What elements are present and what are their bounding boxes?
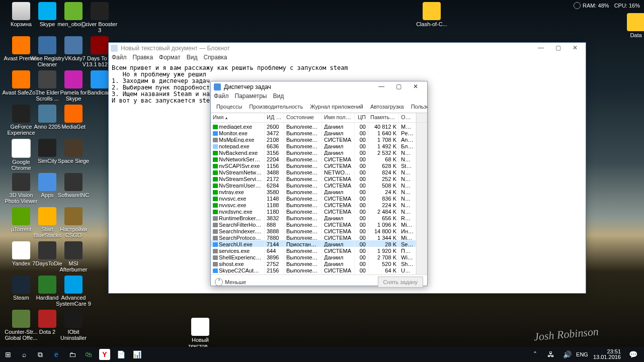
close-button[interactable]: ✕ [407, 82, 424, 92]
notepad-title-text: Новый текстовый документ — Блокнот [121, 45, 230, 52]
process-row[interactable]: NvStreamService.exe2172ВыполняетсяСИСТЕМ… [211, 175, 427, 182]
app-icon [64, 207, 83, 225]
volume-icon[interactable]: 🔊 [560, 347, 574, 362]
process-row[interactable]: Monitor.exe3472ВыполняетсяДаниил001 640 … [211, 129, 427, 136]
process-list[interactable]: mediaget.exe2600ВыполняетсяДаниил0040 81… [211, 123, 427, 275]
task-manager-titlebar[interactable]: Диспетчер задач — ▢ ✕ [211, 81, 427, 93]
minimize-button[interactable]: — [532, 43, 549, 53]
process-row[interactable]: RuntimeBroker.exe3832ВыполняетсяДаниил00… [211, 214, 427, 221]
desktop-shortcut[interactable]: Driver Booster 3 [80, 2, 119, 33]
scrollbar[interactable] [416, 113, 427, 122]
process-row[interactable]: nvSCAPISvr.exe1156ВыполняетсяСИСТЕМА0062… [211, 162, 427, 168]
desktop-shortcut[interactable]: Clash-of-C... [413, 2, 451, 27]
col-desc[interactable]: Описание [399, 113, 416, 122]
menu-item[interactable]: Параметры [235, 93, 267, 100]
desktop-shortcut[interactable]: MSI Afterburner [54, 241, 93, 273]
process-row[interactable]: mediaget.exe2600ВыполняетсяДаниил0040 81… [211, 123, 427, 129]
maximize-button[interactable]: ▢ [549, 43, 567, 53]
process-row[interactable]: nvvsvc.exe1148ВыполняетсяСИСТЕМА00836 KN… [211, 195, 427, 201]
col-state[interactable]: Состояние [284, 113, 322, 122]
desktop-shortcut[interactable]: Space Siege [54, 139, 93, 164]
menu-item[interactable]: Формат [159, 54, 181, 61]
process-row[interactable]: NvBackend.exe3156ВыполняетсяДаниил002 53… [211, 149, 427, 155]
app-icon [38, 173, 56, 191]
process-row[interactable]: SearchFilterHost.exe888ВыполняетсяСИСТЕМ… [211, 221, 427, 227]
notepad-taskbar-icon[interactable]: 📄 [113, 347, 129, 362]
process-row[interactable]: NvStreamUserAgent...6284ВыполняетсяСИСТЕ… [211, 182, 427, 188]
process-row[interactable]: sihost.exe2752ВыполняетсяДаниил00520 KSh… [211, 260, 427, 266]
desktop-shortcut[interactable]: Advanced SystemCare 9 [54, 276, 93, 307]
tab[interactable]: Производительность [246, 102, 306, 113]
menu-item[interactable]: Файл [112, 54, 127, 61]
search-icon[interactable]: ⌕ [16, 347, 32, 362]
process-row[interactable]: NvStreamNetworkSe...3488ВыполняетсяNETWO… [211, 168, 427, 175]
menu-item[interactable]: Справка [203, 54, 227, 61]
process-row[interactable]: MsMpEng.exe2108ВыполняетсяСИСТЕМА001 708… [211, 136, 427, 142]
end-task-button[interactable]: Снять задачу [378, 277, 424, 288]
app-icon [38, 2, 56, 20]
icon-label: Clash-of-C... [413, 21, 451, 27]
task-manager-taskbar-icon[interactable]: 📊 [129, 347, 145, 362]
col-mem[interactable]: Память (ч... [368, 113, 399, 122]
process-list-header[interactable]: Имя ▴ ИД п... Состояние Имя польз... ЦП … [211, 113, 427, 123]
task-manager-window[interactable]: Диспетчер задач — ▢ ✕ ФайлПараметрыВид П… [210, 81, 428, 286]
task-manager-tabs[interactable]: ПроцессыПроизводительностьЖурнал приложе… [211, 102, 427, 113]
process-row[interactable]: nvvsvc.exe1188ВыполняетсяСИСТЕМА00224 KN… [211, 201, 427, 208]
notepad-titlebar[interactable]: Новый текстовый документ — Блокнот — ▢ ✕ [109, 43, 586, 54]
task-manager-menubar[interactable]: ФайлПараметрыВид [211, 93, 427, 102]
app-icon [64, 310, 83, 328]
edge-icon[interactable]: e [48, 347, 64, 362]
tab[interactable]: Процессы [213, 102, 246, 113]
menu-item[interactable]: Вид [273, 93, 284, 100]
app-icon [91, 70, 109, 88]
app-icon [627, 13, 644, 31]
process-row[interactable]: SkypeC2CPNRSvr.exe2164ВыполняетсяNETWORK… [211, 273, 427, 275]
clock[interactable]: 23:5113.01.2016 [590, 349, 624, 360]
menu-item[interactable]: Правка [133, 54, 153, 61]
col-pid[interactable]: ИД п... [265, 113, 284, 122]
col-user[interactable]: Имя польз... [322, 113, 355, 122]
maximize-button[interactable]: ▢ [390, 82, 407, 92]
desktop-shortcut[interactable]: IObit Uninstaller [54, 310, 93, 341]
process-row[interactable]: services.exe644ВыполняетсяСИСТЕМА001 920… [211, 247, 427, 253]
menu-item[interactable]: Файл [214, 93, 229, 100]
start-button[interactable]: ⊞ [0, 347, 16, 362]
desktop-shortcut[interactable]: Настройки CSGO [54, 207, 93, 238]
desktop-shortcut[interactable]: Новый текстов... [181, 318, 219, 349]
store-icon[interactable]: 🛍 [80, 347, 97, 362]
desktop[interactable]: RAM: 48% CPU: 16% КорзинаSkypemen_oboi_.… [0, 0, 644, 362]
close-button[interactable]: ✕ [567, 43, 584, 53]
wallpaper-signature: Josh Robinson [533, 325, 599, 343]
yandex-taskbar-icon[interactable]: Y [99, 349, 110, 360]
process-row[interactable]: NvNetworkService.exe2204ВыполняетсяСИСТЕ… [211, 155, 427, 162]
menu-item[interactable]: Вид [187, 54, 198, 61]
notifications-icon[interactable]: 💬 [626, 347, 640, 362]
desktop-shortcut[interactable]: Data [617, 13, 644, 38]
process-row[interactable]: nvxdsync.exe1180ВыполняетсяСИСТЕМА002 48… [211, 208, 427, 214]
fewer-details-button[interactable]: ˄ Меньше [215, 278, 246, 286]
tab[interactable]: Пользователи [408, 102, 427, 113]
network-icon[interactable]: 🖧 [544, 347, 558, 362]
process-row[interactable]: SearchProtocolHost...7880ВыполняетсяСИСТ… [211, 234, 427, 240]
process-row[interactable]: ShellExperienceHost...3896ВыполняетсяДан… [211, 253, 427, 260]
process-row[interactable]: notepad.exe6636ВыполняетсяДаниил001 492 … [211, 142, 427, 149]
tab[interactable]: Автозагрузка [367, 102, 408, 113]
process-row[interactable]: SkypeC2CAutoUpda...2156ВыполняетсяСИСТЕМ… [211, 266, 427, 273]
minimize-button[interactable]: — [373, 82, 390, 92]
icon-label: Driver Booster 3 [80, 21, 119, 33]
process-row[interactable]: nvtray.exe3580ВыполняетсяДаниил0024 KNVI… [211, 188, 427, 195]
language-indicator[interactable]: ENG [576, 351, 588, 357]
process-row[interactable]: SearchIndexer.exe3888ВыполняетсяСИСТЕМА0… [211, 227, 427, 234]
desktop-shortcut[interactable]: SoftwareINC [54, 173, 93, 198]
desktop-shortcut[interactable]: MediaGet [54, 105, 93, 130]
col-name[interactable]: Имя ▴ [211, 113, 265, 122]
notepad-menubar[interactable]: ФайлПравкаФорматВидСправка [109, 54, 586, 63]
task-view-icon[interactable]: ⧉ [32, 347, 48, 362]
process-row[interactable]: SearchUI.exe7144Приостановл...Даниил0028… [211, 240, 427, 247]
tab[interactable]: Журнал приложений [306, 102, 367, 113]
explorer-icon[interactable]: 🗀 [64, 347, 80, 362]
tray-chevron-icon[interactable]: ˄ [528, 347, 542, 362]
taskbar[interactable]: ⊞ ⌕ ⧉ e 🗀 🛍 Y 📄 📊 ˄ 🖧 🔊 ENG 23:5113.01.2… [0, 347, 644, 362]
app-icon [38, 139, 56, 157]
col-cpu[interactable]: ЦП [355, 113, 368, 122]
